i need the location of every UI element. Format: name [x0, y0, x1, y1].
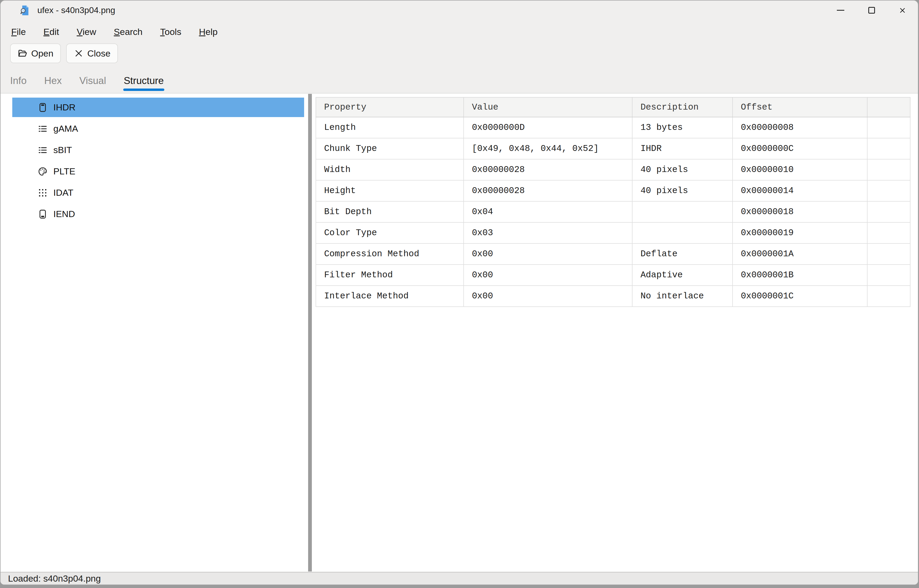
table-row[interactable]: Interlace Method 0x00 No interlace 0x000… [316, 286, 910, 307]
cell-description: 40 pixels [632, 159, 733, 180]
cell-description: Adaptive [632, 265, 733, 286]
menu-item-edit[interactable]: Edit [44, 27, 59, 37]
cell-offset: 0x0000001B [733, 265, 867, 286]
properties-table: Property Value Description Offset Length… [316, 97, 911, 307]
cell-value: 0x03 [464, 222, 632, 244]
minimize-button[interactable] [825, 0, 856, 20]
window-controls [825, 0, 918, 20]
tree-item-label: gAMA [53, 123, 78, 134]
cell-property: Interlace Method [316, 286, 464, 307]
cell-description: 13 bytes [632, 117, 733, 138]
list-lines-icon [37, 124, 48, 134]
tree-item-label: IHDR [53, 102, 76, 113]
cell-offset: 0x00000014 [733, 180, 867, 201]
open-button-label: Open [31, 48, 53, 59]
table-row[interactable]: Width 0x00000028 40 pixels 0x00000010 [316, 159, 910, 180]
menu-item-search[interactable]: Search [114, 27, 143, 37]
cell-property: Chunk Type [316, 138, 464, 159]
tree-item-plte[interactable]: PLTE [12, 162, 304, 181]
app-window: ufex - s40n3p04.png File Edit View Searc… [0, 0, 919, 585]
tab-visual[interactable]: Visual [79, 69, 106, 93]
tab-structure[interactable]: Structure [124, 69, 164, 93]
cell-offset: 0x0000000C [733, 138, 867, 159]
title-bar: ufex - s40n3p04.png [0, 0, 918, 20]
cell-value: 0x04 [464, 201, 632, 222]
open-folder-icon [18, 48, 28, 58]
close-button[interactable] [887, 0, 918, 20]
table-row[interactable]: Filter Method 0x00 Adaptive 0x0000001B [316, 265, 910, 286]
cell-description: No interlace [632, 286, 733, 307]
close-button-label: Close [87, 48, 110, 59]
cell-extra [867, 244, 910, 265]
status-text: Loaded: s40n3p04.png [8, 573, 101, 584]
cell-description [632, 201, 733, 222]
cell-property: Compression Method [316, 244, 464, 265]
cell-value: 0x00000028 [464, 159, 632, 180]
menu-item-help[interactable]: Help [199, 27, 218, 37]
menu-item-view[interactable]: View [76, 27, 96, 37]
tab-hex[interactable]: Hex [44, 69, 62, 93]
cell-property: Length [316, 117, 464, 138]
tree-item-label: IEND [53, 209, 75, 219]
window-title: ufex - s40n3p04.png [37, 5, 115, 15]
toolbar: Open Close [0, 44, 918, 69]
cell-property: Filter Method [316, 265, 464, 286]
cell-extra [867, 159, 910, 180]
cell-value: [0x49, 0x48, 0x44, 0x52] [464, 138, 632, 159]
minimize-icon [837, 10, 844, 11]
cell-offset: 0x00000019 [733, 222, 867, 244]
cell-extra [867, 180, 910, 201]
column-header-value: Value [464, 97, 632, 117]
column-header-extra [867, 97, 910, 117]
cell-offset: 0x00000010 [733, 159, 867, 180]
cell-description: IHDR [632, 138, 733, 159]
cell-value: 0x0000000D [464, 117, 632, 138]
palette-icon [37, 166, 48, 176]
chunk-tree: IHDR gAMA sBIT [0, 94, 308, 224]
cell-description: Deflate [632, 244, 733, 265]
menu-item-tools[interactable]: Tools [160, 27, 181, 37]
dots-grid-icon [37, 188, 48, 198]
cell-extra [867, 265, 910, 286]
close-file-button[interactable]: Close [66, 44, 118, 63]
cell-value: 0x00000028 [464, 180, 632, 201]
cell-offset: 0x00000008 [733, 117, 867, 138]
table-row[interactable]: Height 0x00000028 40 pixels 0x00000014 [316, 180, 910, 201]
table-header-row: Property Value Description Offset [316, 97, 910, 117]
cell-description [632, 222, 733, 244]
tree-item-gama[interactable]: gAMA [12, 119, 304, 138]
chunk-tree-panel: IHDR gAMA sBIT [0, 94, 308, 572]
tree-item-sbit[interactable]: sBIT [12, 140, 304, 160]
cell-extra [867, 286, 910, 307]
file-search-app-icon [19, 4, 31, 16]
table-row[interactable]: Chunk Type [0x49, 0x48, 0x44, 0x52] IHDR… [316, 138, 910, 159]
tree-item-label: sBIT [53, 145, 72, 155]
cell-value: 0x00 [464, 286, 632, 307]
status-bar: Loaded: s40n3p04.png [0, 572, 918, 585]
cell-offset: 0x0000001C [733, 286, 867, 307]
menu-item-file[interactable]: File [11, 27, 26, 37]
maximize-icon [868, 7, 875, 14]
table-row[interactable]: Bit Depth 0x04 0x00000018 [316, 201, 910, 222]
cell-extra [867, 222, 910, 244]
maximize-button[interactable] [856, 0, 887, 20]
cell-value: 0x00 [464, 244, 632, 265]
cell-value: 0x00 [464, 265, 632, 286]
chunk-header-icon [37, 102, 48, 113]
column-header-offset: Offset [733, 97, 867, 117]
properties-panel: Property Value Description Offset Length… [312, 94, 918, 572]
list-lines-icon [37, 145, 48, 155]
tree-item-idat[interactable]: IDAT [12, 183, 304, 202]
tree-item-ihdr[interactable]: IHDR [12, 98, 304, 117]
open-button[interactable]: Open [10, 44, 61, 63]
cell-offset: 0x00000018 [733, 201, 867, 222]
cell-description: 40 pixels [632, 180, 733, 201]
close-x-icon [74, 48, 84, 58]
tree-item-iend[interactable]: IEND [12, 204, 304, 224]
table-row[interactable]: Length 0x0000000D 13 bytes 0x00000008 [316, 117, 910, 138]
table-row[interactable]: Compression Method 0x00 Deflate 0x000000… [316, 244, 910, 265]
panel-splitter[interactable] [308, 94, 312, 572]
tree-item-label: PLTE [53, 166, 76, 176]
table-row[interactable]: Color Type 0x03 0x00000019 [316, 222, 910, 244]
tab-info[interactable]: Info [10, 69, 27, 93]
